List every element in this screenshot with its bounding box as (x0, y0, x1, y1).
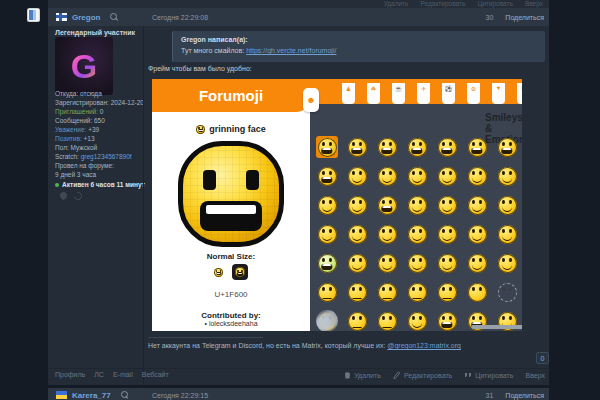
previous-post-action[interactable]: Цитировать (477, 0, 513, 7)
emoji-glyph (468, 254, 487, 273)
grinning-face-icon (196, 125, 205, 134)
emoji-glyph (348, 254, 367, 273)
profile-link-лс[interactable]: ЛС (94, 371, 104, 378)
emoji-cell-face-with-tongue[interactable] (406, 223, 428, 245)
emoji-cell-squinting-face-with-tongue[interactable] (496, 223, 518, 245)
profile-link-вебсайт[interactable]: Вебсайт (142, 371, 169, 378)
emoji-cell-smiling-face-with-smiling-eyes[interactable] (466, 165, 488, 187)
emoji-cell-rolling-on-the-floor-laughing[interactable] (496, 136, 518, 158)
tab-smileys-active[interactable]: ☻ (303, 88, 319, 112)
horizontal-scrollbar[interactable] (471, 325, 522, 329)
emoji-cell-face-in-clouds[interactable] (316, 310, 338, 331)
tab-food[interactable]: ☕ (392, 83, 405, 104)
emoji-cell-beaming-face-with-smiling-eyes[interactable] (406, 136, 428, 158)
forumoji-iframe[interactable]: grinning face Normal Size: U+1F600 (152, 79, 522, 331)
tab-nature[interactable]: ☘ (367, 83, 380, 104)
emoji-cell-expressionless-face[interactable] (436, 281, 458, 303)
emoji-cell-zipper-mouth-face[interactable] (346, 281, 368, 303)
profile-links: ПрофильЛСE-mailВебсайт (55, 371, 169, 378)
emoji-cell-kissing-face-with-closed-eyes[interactable] (496, 194, 518, 216)
small-emoji-sample (214, 268, 223, 277)
emoji-cell-smiling-face-with-tear[interactable] (346, 223, 368, 245)
emoji-cell-smiling-face-with-open-hands[interactable] (346, 252, 368, 274)
emoji-cell-shushing-face[interactable] (466, 252, 488, 274)
emoji-cell-saluting-face[interactable] (316, 281, 338, 303)
top-button[interactable]: Вверх (525, 372, 545, 379)
delete-button[interactable]: Удалить (344, 371, 381, 379)
droplet-badge-icon (59, 191, 69, 201)
emoji-cell-grinning-face[interactable] (316, 136, 338, 158)
dark-emoji-sample (232, 264, 248, 280)
avatar[interactable]: G (55, 37, 113, 95)
emoji-cell-smirking-face[interactable] (346, 310, 368, 331)
emoji-cell-unamused-face[interactable] (376, 310, 398, 331)
emoji-cell-face-savoring-food[interactable] (376, 223, 398, 245)
emoji-cell-grimacing-face[interactable] (436, 310, 458, 331)
emoji-glyph (438, 167, 457, 186)
emoji-glyph (438, 312, 457, 331)
emoji-cell-smiling-face-with-halo[interactable] (496, 165, 518, 187)
emoji-cell-kissing-face[interactable] (436, 194, 458, 216)
emoji-cell-grinning-face-with-smiling-eyes[interactable] (376, 136, 398, 158)
search-icon[interactable] (121, 391, 130, 400)
tab-flags[interactable]: ⚑ (517, 83, 522, 104)
emoji-cell-winking-face-with-tongue[interactable] (436, 223, 458, 245)
emoji-glyph (378, 138, 397, 157)
tab-people[interactable]: ♟ (342, 83, 355, 104)
emoji-glyph (408, 138, 427, 157)
emoji-cell-face-with-tears-of-joy[interactable] (316, 165, 338, 187)
next-username-link[interactable]: Karera_77 (72, 391, 111, 400)
emoji-cell-melting-face[interactable] (406, 165, 428, 187)
tab-symbols[interactable]: ♥ (492, 83, 505, 104)
emoji-cell-kissing-face-with-smiling-eyes[interactable] (316, 223, 338, 245)
previous-post-action[interactable]: Удалить (384, 0, 409, 7)
emoji-glyph (318, 254, 337, 273)
emoji-cell-money-mouth-face[interactable] (316, 252, 338, 274)
emoji-cell-grinning-face-with-big-eyes[interactable] (346, 136, 368, 158)
emoji-glyph (318, 283, 337, 302)
tab-travel[interactable]: ✈ (417, 83, 430, 104)
scratch-profile-link[interactable]: greg1234567890f (81, 153, 132, 160)
next-share-link[interactable]: Поделиться (505, 392, 544, 399)
profile-link-e-mail[interactable]: E-mail (113, 371, 133, 378)
share-link[interactable]: Поделиться (505, 14, 544, 21)
emoji-cell-upside-down-face[interactable] (376, 165, 398, 187)
tab-objects[interactable]: ⚙ (467, 83, 480, 104)
online-dot-icon (55, 183, 59, 187)
emoji-cell-star-struck[interactable] (376, 194, 398, 216)
emoji-cell-face-with-open-eyes-and-hand-over-mouth[interactable] (406, 252, 428, 274)
forumoji-url-link[interactable]: https://gh.vercte.net/forumoji/ (246, 47, 336, 54)
emoji-cell-slightly-smiling-face[interactable] (346, 165, 368, 187)
rating-badge[interactable]: 0 (536, 352, 549, 364)
emoji-cell-thinking-face[interactable] (496, 252, 518, 274)
previous-post-action[interactable]: Вверх (525, 0, 543, 7)
post-header-bar: Gregon Сегодня 22:29:08 30 Поделиться (48, 8, 549, 26)
emoji-cell-face-without-mouth[interactable] (466, 281, 488, 303)
emoji-cell-grinning-face-with-sweat[interactable] (466, 136, 488, 158)
emoji-cell-zany-face[interactable] (466, 223, 488, 245)
edit-button[interactable]: Редактировать (393, 371, 452, 379)
emoji-cell-grinning-squinting-face[interactable] (436, 136, 458, 158)
emoji-cell-face-with-hand-over-mouth[interactable] (376, 252, 398, 274)
tab-activities[interactable]: ⚽ (442, 83, 455, 104)
emoji-cell-face-with-peeking-eye[interactable] (436, 252, 458, 274)
bookmark-icon[interactable] (27, 8, 40, 22)
matrix-link[interactable]: @gregon123:matrix.org (387, 342, 461, 349)
emoji-glyph (378, 196, 397, 215)
emoji-cell-face-with-rolling-eyes[interactable] (406, 310, 428, 331)
emoji-cell-winking-face[interactable] (436, 165, 458, 187)
emoji-cell-smiling-face-with-hearts[interactable] (316, 194, 338, 216)
emoji-cell-smiling-face-with-heart-eyes[interactable] (346, 194, 368, 216)
emoji-cell-face-blowing-a-kiss[interactable] (406, 194, 428, 216)
quote-button[interactable]: Цитировать (464, 372, 513, 379)
emoji-cell-neutral-face[interactable] (406, 281, 428, 303)
next-post-timestamp: Сегодня 22:29:15 (152, 392, 208, 399)
quote-block: Gregon написал(а): Тут много смайлов: ht… (172, 31, 545, 62)
previous-post-action[interactable]: Редактировать (420, 0, 465, 7)
emoji-cell-face-with-raised-eyebrow[interactable] (376, 281, 398, 303)
profile-link-профиль[interactable]: Профиль (55, 371, 85, 378)
emoji-cell-smiling-face[interactable] (466, 194, 488, 216)
emoji-cell-dotted-line-face[interactable] (496, 281, 518, 303)
username-link[interactable]: Gregon (72, 13, 100, 22)
search-icon[interactable] (110, 13, 119, 22)
